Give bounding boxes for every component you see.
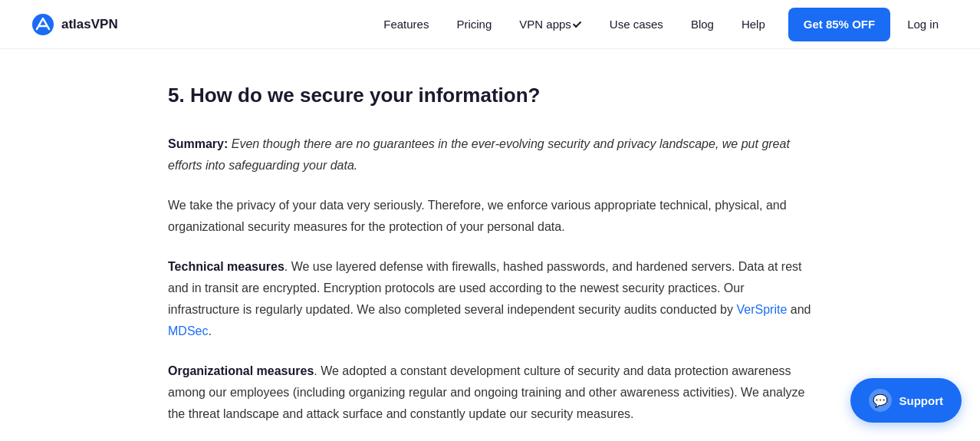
paragraph-privacy: We take the privacy of your data very se… [168, 195, 812, 238]
support-chat-icon: 💬 [869, 389, 892, 412]
nav-links: Features Pricing VPN apps Use cases Blog… [373, 9, 776, 40]
nav-item-pricing[interactable]: Pricing [446, 9, 502, 40]
and-connector: and [787, 303, 811, 316]
paragraph-technical: Technical measures. We use layered defen… [168, 256, 812, 342]
nav-link-help[interactable]: Help [731, 9, 776, 40]
paragraph-organizational: Organizational measures. We adopted a co… [168, 360, 812, 425]
get-discount-button[interactable]: Get 85% OFF [788, 8, 890, 41]
logo-text: atlasVPN [61, 14, 118, 35]
organizational-measures-label: Organizational measures [168, 364, 314, 377]
nav-link-pricing[interactable]: Pricing [446, 9, 502, 40]
nav-link-use-cases[interactable]: Use cases [599, 9, 674, 40]
svg-point-0 [32, 14, 54, 35]
summary-text: Even though there are no guarantees in t… [168, 137, 790, 172]
navigation: atlasVPN Features Pricing VPN apps Use c… [0, 0, 980, 49]
logo-link[interactable]: atlasVPN [31, 12, 118, 37]
section-title: 5. How do we secure your information? [168, 80, 812, 112]
nav-item-blog[interactable]: Blog [680, 9, 725, 40]
nav-item-vpn-apps[interactable]: VPN apps [508, 9, 593, 40]
summary-block: Summary: Even though there are no guaran… [168, 133, 812, 176]
support-label: Support [899, 394, 944, 407]
technical-measures-label: Technical measures [168, 260, 284, 273]
main-content: 5. How do we secure your information? Su… [137, 49, 843, 441]
nav-item-features[interactable]: Features [373, 9, 439, 40]
atlasvpn-logo-icon [31, 12, 55, 37]
support-button[interactable]: 💬 Support [850, 378, 962, 423]
nav-item-help[interactable]: Help [731, 9, 776, 40]
login-link[interactable]: Log in [896, 9, 949, 40]
nav-link-vpn-apps[interactable]: VPN apps [508, 9, 593, 40]
nav-link-blog[interactable]: Blog [680, 9, 725, 40]
period: . [208, 324, 211, 337]
summary-paragraph: Summary: Even though there are no guaran… [168, 133, 812, 176]
chevron-down-icon [573, 18, 581, 27]
nav-item-use-cases[interactable]: Use cases [599, 9, 674, 40]
nav-link-features[interactable]: Features [373, 9, 439, 40]
section-title-text: How do we secure your information? [190, 84, 541, 107]
mdsec-link[interactable]: MDSec [168, 324, 208, 337]
summary-label: Summary: [168, 137, 228, 150]
versprite-link[interactable]: VerSprite [736, 303, 787, 316]
